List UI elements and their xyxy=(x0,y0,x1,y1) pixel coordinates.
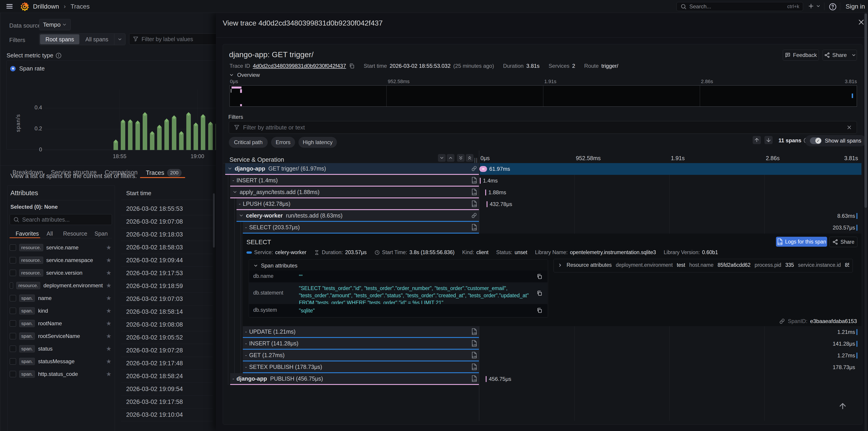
star-icon[interactable]: ★ xyxy=(106,345,112,353)
logs-icon[interactable]: LOG xyxy=(471,177,477,184)
star-icon[interactable]: ★ xyxy=(106,333,112,340)
search-attributes-input[interactable]: Search attributes... xyxy=(10,214,112,225)
attribute-row[interactable]: resource.service.name★ xyxy=(10,242,112,254)
star-icon[interactable]: ★ xyxy=(106,282,112,289)
span-bar[interactable] xyxy=(485,190,486,195)
starttime-header[interactable]: Start time xyxy=(126,190,151,197)
chip-errors[interactable]: Errors xyxy=(271,137,295,148)
breadcrumb-drilldown[interactable]: Drilldown xyxy=(33,3,59,10)
drawer-scrollbar-thumb[interactable] xyxy=(864,13,867,208)
attribute-row[interactable]: span.rootServiceName★ xyxy=(10,330,112,342)
span-bar[interactable] xyxy=(857,225,857,231)
share-button[interactable]: Share xyxy=(823,50,857,61)
chevron-right-icon[interactable] xyxy=(558,263,562,268)
span-bar[interactable] xyxy=(857,353,857,359)
span-row[interactable]: celery-workerrun/tests.add (8.63ms) xyxy=(237,210,479,222)
scope-dropdown-button[interactable] xyxy=(114,34,125,45)
logs-icon[interactable]: LOG xyxy=(471,189,477,195)
grafana-logo-icon[interactable] xyxy=(20,2,29,11)
attribute-checkbox[interactable] xyxy=(10,345,16,352)
logs-icon[interactable]: LOG xyxy=(471,328,477,335)
trace-list-row[interactable]: 2026-03-02 19:07:08 xyxy=(121,215,213,228)
scope-all-spans[interactable]: All spans xyxy=(80,36,114,43)
span-bar[interactable] xyxy=(857,213,857,219)
expand-all-button[interactable] xyxy=(466,154,473,162)
span-bar[interactable] xyxy=(487,201,488,207)
span-row[interactable]: -INSERT (1.4ms)LOG xyxy=(230,175,479,187)
star-icon[interactable]: ★ xyxy=(106,244,112,251)
copy-icon[interactable] xyxy=(536,273,542,279)
span-bar[interactable] xyxy=(857,329,857,335)
logs-icon[interactable]: LOG xyxy=(471,340,477,347)
attribute-checkbox[interactable] xyxy=(10,308,16,314)
trace-list-row[interactable]: 2026-03-02 19:09:54 xyxy=(121,383,213,396)
star-icon[interactable]: ★ xyxy=(106,307,112,314)
breadcrumb-traces[interactable]: Traces xyxy=(70,3,90,10)
star-icon[interactable]: ★ xyxy=(106,358,112,365)
attribute-checkbox[interactable] xyxy=(10,257,16,263)
trace-minimap[interactable] xyxy=(229,86,857,107)
attribute-row[interactable]: span.status★ xyxy=(10,343,112,355)
collapse-one-button[interactable] xyxy=(438,154,446,162)
hamburger-menu-icon[interactable] xyxy=(5,3,13,10)
attribute-row[interactable]: span.http.status_code★ xyxy=(10,368,112,380)
span-scope-toggle[interactable]: Root spans All spans xyxy=(39,33,125,45)
attribute-checkbox[interactable] xyxy=(10,371,16,377)
attribute-row[interactable]: span.name★ xyxy=(10,292,112,304)
scroll-to-top-button[interactable] xyxy=(838,402,847,411)
global-search-input[interactable]: Search... ctrl+k xyxy=(677,2,803,11)
sign-in-button[interactable]: Sign in xyxy=(846,3,865,10)
link-icon[interactable] xyxy=(471,166,477,171)
trace-id-link[interactable]: 4d0d2cd3480399831d0b9230f042f437 xyxy=(253,63,346,69)
attribute-checkbox[interactable] xyxy=(10,333,16,339)
scope-root-spans[interactable]: Root spans xyxy=(40,34,80,44)
trace-list-row[interactable]: 2026-03-02 19:18:59 xyxy=(121,280,213,293)
trace-list-row[interactable]: 2026-03-02 19:10:04 xyxy=(121,408,213,421)
next-span-button[interactable] xyxy=(765,136,773,144)
span-share-button[interactable]: Share xyxy=(829,237,857,247)
star-icon[interactable]: ★ xyxy=(106,320,112,327)
trace-filter-input[interactable]: Filter by attribute or text xyxy=(229,121,857,134)
link-icon[interactable] xyxy=(471,212,477,219)
trace-list-row[interactable]: 2026-03-02 18:58:24 xyxy=(121,370,213,383)
trace-list-row[interactable]: 2026-03-02 18:55:53 xyxy=(121,202,213,215)
span-row[interactable]: -SETEX PUBLISH (178.73μs)LOG xyxy=(243,361,479,373)
collapse-all-button[interactable] xyxy=(457,154,465,162)
span-row[interactable]: -GET (1.27ms)LOG xyxy=(243,350,479,361)
label-filter-input[interactable]: Filter by label values xyxy=(129,33,226,45)
star-icon[interactable]: ★ xyxy=(106,269,112,276)
attribute-checkbox[interactable] xyxy=(10,295,16,301)
trace-list-row[interactable]: 2026-03-02 19:17:53 xyxy=(121,267,213,280)
attribute-checkbox[interactable] xyxy=(10,244,16,251)
close-icon[interactable] xyxy=(858,19,865,26)
help-icon[interactable] xyxy=(829,3,837,11)
attribute-row[interactable]: span.statusMessage★ xyxy=(10,356,112,367)
attribute-row[interactable]: resource.deployment.environment★ xyxy=(10,280,112,291)
attribute-checkbox[interactable] xyxy=(10,358,16,365)
trace-list-row[interactable]: 2026-03-02 19:07:28 xyxy=(121,344,213,357)
sidebar-scrollbar[interactable] xyxy=(213,193,215,247)
copy-icon[interactable] xyxy=(536,290,542,296)
collapse-span-icon[interactable] xyxy=(239,213,244,218)
expand-one-button[interactable] xyxy=(447,154,455,162)
span-rate-radio[interactable]: Span rate xyxy=(10,65,45,72)
span-bar[interactable] xyxy=(486,376,487,382)
trace-list-row[interactable]: 2026-03-02 19:08:08 xyxy=(121,318,213,331)
attr-tab-span[interactable]: Span xyxy=(94,230,107,237)
trace-list-row[interactable]: 2026-03-02 18:58:14 xyxy=(121,305,213,318)
span-row[interactable]: -LPUSH (432.78μs)LOG xyxy=(237,198,479,210)
attribute-checkbox[interactable] xyxy=(10,270,16,276)
chip-high-latency[interactable]: High latency xyxy=(299,137,337,148)
trace-list-row[interactable]: 2026-03-02 19:05:52 xyxy=(121,331,213,344)
logs-icon[interactable]: LOG xyxy=(471,200,477,207)
trace-list-row[interactable]: 2026-03-02 19:17:48 xyxy=(121,357,213,370)
attr-tab-resource[interactable]: Resource xyxy=(63,230,87,237)
trace-list-row[interactable]: 2026-03-02 19:17:58 xyxy=(121,396,213,408)
star-icon[interactable]: ★ xyxy=(106,257,112,264)
trace-list-row[interactable]: 2026-03-02 19:09:44 xyxy=(121,254,213,267)
span-row[interactable]: -INSERT (141.28μs)LOG xyxy=(243,338,479,350)
span-bar[interactable] xyxy=(480,178,481,184)
attribute-row[interactable]: span.rootName★ xyxy=(10,318,112,329)
collapse-span-icon[interactable] xyxy=(227,166,232,171)
attribute-checkbox[interactable] xyxy=(10,283,13,289)
